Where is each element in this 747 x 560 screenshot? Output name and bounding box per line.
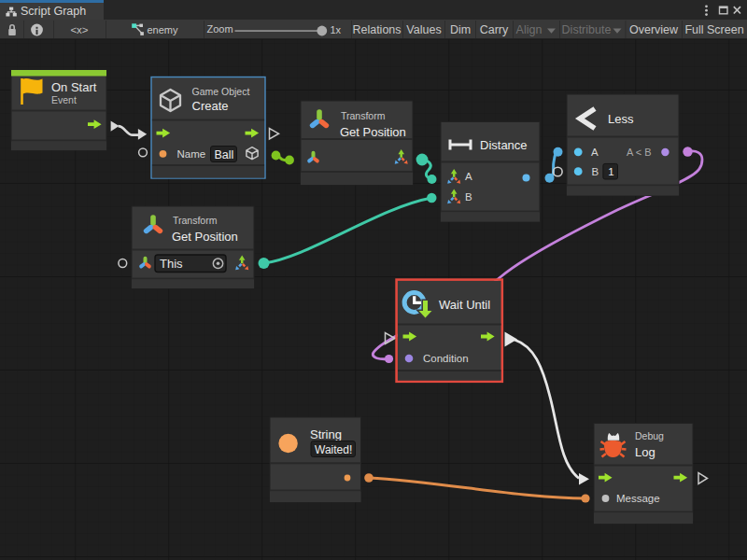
svg-text:B: B (592, 166, 599, 177)
svg-text:Transform: Transform (173, 215, 218, 226)
svg-text:Distance: Distance (480, 138, 528, 152)
svg-text:Script Graph: Script Graph (21, 5, 86, 18)
svg-text:Relations: Relations (352, 23, 401, 36)
svg-text:Create: Create (192, 99, 229, 113)
svg-text:Get Position: Get Position (340, 125, 406, 139)
svg-text:Zoom: Zoom (207, 23, 233, 35)
svg-text:Game Object: Game Object (192, 86, 250, 97)
svg-text:Ball: Ball (215, 148, 234, 161)
svg-text:Wait Until: Wait Until (439, 298, 490, 312)
svg-text:Transform: Transform (341, 110, 386, 121)
svg-text:Dim: Dim (450, 23, 471, 36)
svg-text:enemy: enemy (148, 24, 179, 35)
svg-text:This: This (160, 257, 183, 271)
svg-text:Event: Event (51, 94, 77, 105)
svg-text:Align: Align (516, 23, 543, 36)
svg-text:Debug: Debug (635, 430, 664, 441)
svg-text:Condition: Condition (423, 353, 469, 364)
svg-text:1x: 1x (331, 24, 342, 35)
svg-text:Carry: Carry (480, 23, 509, 36)
svg-text:String: String (310, 427, 342, 441)
svg-text:Get Position: Get Position (172, 230, 238, 244)
svg-text:1: 1 (608, 166, 613, 177)
svg-text:Waited!: Waited! (315, 443, 352, 456)
svg-text:Message: Message (616, 493, 660, 504)
svg-text:Overview: Overview (629, 23, 679, 36)
svg-text:<x>: <x> (70, 24, 88, 35)
svg-text:Distribute: Distribute (562, 23, 612, 36)
svg-text:B: B (465, 191, 472, 203)
svg-text:Full Screen: Full Screen (684, 23, 743, 36)
svg-text:Log: Log (635, 445, 655, 459)
svg-text:A < B: A < B (627, 147, 652, 158)
svg-text:Less: Less (608, 112, 634, 126)
svg-text:Name: Name (177, 148, 206, 160)
svg-text:Values: Values (406, 23, 441, 36)
svg-text:A: A (591, 147, 599, 158)
svg-text:On Start: On Start (51, 80, 97, 94)
svg-text:A: A (465, 171, 472, 182)
